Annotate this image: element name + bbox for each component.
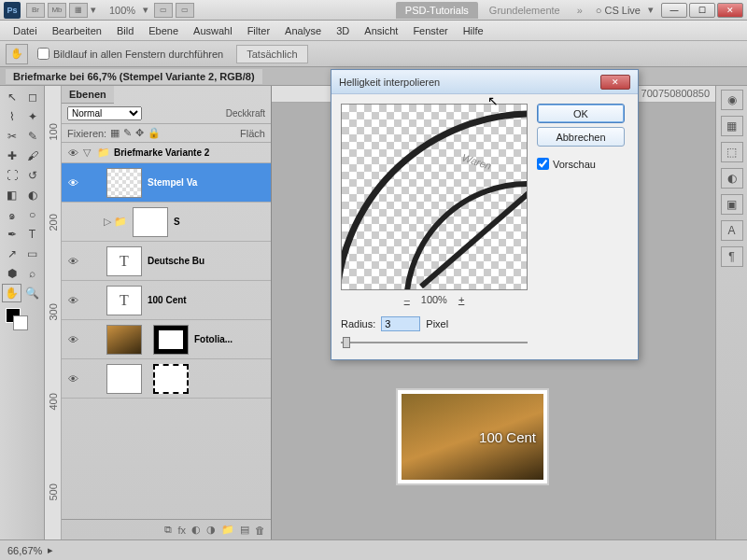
layer-row[interactable]: 👁 T 100 Cent <box>62 281 271 320</box>
ok-button[interactable]: OK <box>537 104 625 123</box>
stamp-tool[interactable]: ⛶ <box>2 166 21 185</box>
hand-tool[interactable]: ✋ <box>2 284 21 302</box>
scroll-all-checkbox[interactable]: Bildlauf in allen Fenstern durchführen <box>37 48 223 60</box>
lock-pixels-icon[interactable]: ✎ <box>123 127 132 139</box>
minimize-button[interactable]: — <box>661 3 687 18</box>
lock-transparency-icon[interactable]: ▦ <box>110 127 120 139</box>
dropdown-icon[interactable]: ▾ <box>91 4 96 16</box>
layer-mask-thumbnail[interactable] <box>153 364 189 394</box>
pen-tool[interactable]: ✒ <box>2 225 21 244</box>
move-tool[interactable]: ↖ <box>2 88 21 106</box>
link-icon[interactable]: ⧉ <box>164 524 172 536</box>
zoom-out-button[interactable]: – <box>404 294 410 305</box>
layer-row[interactable]: 👁 Stempel Va <box>62 163 271 203</box>
cs-live-button[interactable]: CS Live <box>596 5 641 16</box>
path-tool[interactable]: ↗ <box>2 245 21 263</box>
eraser-tool[interactable]: ◧ <box>2 186 21 204</box>
layer-mask-thumbnail[interactable] <box>153 325 189 355</box>
color-panel-icon[interactable]: ◉ <box>721 90 743 110</box>
history-brush-tool[interactable]: ↺ <box>22 166 42 185</box>
fx-icon[interactable]: fx <box>177 525 186 536</box>
minibridge-button[interactable]: Mb <box>48 3 66 18</box>
layer-thumbnail[interactable] <box>106 325 142 355</box>
blur-tool[interactable]: ๑ <box>2 205 21 224</box>
character-panel-icon[interactable]: A <box>721 220 743 241</box>
radius-slider[interactable] <box>341 335 528 350</box>
layer-row[interactable]: ▷ 📁 S <box>62 203 271 242</box>
status-arrow-icon[interactable]: ▸ <box>48 544 53 556</box>
menu-ebene[interactable]: Ebene <box>141 25 186 36</box>
disclosure-triangle-icon[interactable]: ▽ <box>83 147 91 159</box>
visibility-icon[interactable]: 👁 <box>65 147 80 159</box>
menu-hilfe[interactable]: Hilfe <box>456 25 491 36</box>
bridge-button[interactable]: Br <box>26 3 45 18</box>
dropdown-icon[interactable]: ▾ <box>143 4 148 16</box>
masks-panel-icon[interactable]: ▣ <box>721 194 743 215</box>
menu-fenster[interactable]: Fenster <box>405 25 455 36</box>
menu-datei[interactable]: Datei <box>6 25 45 36</box>
zoom-level[interactable]: 100% <box>109 5 135 16</box>
dodge-tool[interactable]: ○ <box>22 205 42 224</box>
disclosure-triangle-icon[interactable]: ▷ <box>104 216 111 228</box>
3d-tool[interactable]: ⬢ <box>2 264 21 283</box>
adjustments-panel-icon[interactable]: ◐ <box>721 168 743 189</box>
actual-pixels-button[interactable]: Tatsächlich <box>236 45 307 63</box>
visibility-icon[interactable]: 👁 <box>65 373 80 385</box>
layer-thumbnail[interactable] <box>133 207 168 237</box>
dropdown-icon[interactable]: ▾ <box>648 4 654 16</box>
menu-bild[interactable]: Bild <box>109 25 141 36</box>
mask-icon[interactable]: ◐ <box>191 524 201 536</box>
radius-input[interactable] <box>381 316 420 331</box>
gradient-tool[interactable]: ◐ <box>22 186 42 204</box>
menu-3d[interactable]: 3D <box>329 25 357 36</box>
styles-panel-icon[interactable]: ⬚ <box>721 142 743 162</box>
shape-tool[interactable]: ▭ <box>22 245 42 263</box>
swatches-panel-icon[interactable]: ▦ <box>721 116 743 136</box>
layer-thumbnail[interactable]: T <box>106 286 142 315</box>
view-extras-button[interactable]: ▦ <box>69 3 88 18</box>
document-tab[interactable]: Briefmarke bei 66,7% (Stempel Variante 2… <box>6 69 262 84</box>
marquee-tool[interactable]: ◻ <box>22 88 42 106</box>
color-swatches[interactable] <box>2 308 42 334</box>
blend-mode-select[interactable]: Normal <box>67 106 142 120</box>
brush-tool[interactable]: 🖌 <box>22 147 42 165</box>
lock-position-icon[interactable]: ✥ <box>135 127 144 139</box>
visibility-icon[interactable]: 👁 <box>65 256 80 267</box>
layer-row[interactable]: 👁 T Deutsche Bu <box>62 242 271 281</box>
workspace-tab-active[interactable]: PSD-Tutorials <box>396 2 478 19</box>
dialog-close-button[interactable]: ✕ <box>600 75 630 90</box>
workspace-tab[interactable]: Grundelemente <box>480 2 570 19</box>
new-layer-icon[interactable]: ▤ <box>240 524 249 536</box>
layer-row[interactable]: 👁 <box>62 359 271 399</box>
menu-ansicht[interactable]: Ansicht <box>357 25 405 36</box>
eyedropper-tool[interactable]: ✎ <box>22 127 42 146</box>
zoom-in-button[interactable]: + <box>458 294 464 305</box>
visibility-icon[interactable]: 👁 <box>65 177 80 189</box>
type-tool[interactable]: T <box>22 225 42 244</box>
folder-icon[interactable]: 📁 <box>221 524 234 536</box>
chevron-right-icon[interactable]: » <box>577 5 583 16</box>
menu-filter[interactable]: Filter <box>240 25 277 36</box>
trash-icon[interactable]: 🗑 <box>255 525 265 536</box>
dialog-titlebar[interactable]: Helligkeit interpolieren ✕ <box>331 70 638 94</box>
menu-auswahl[interactable]: Auswahl <box>186 25 240 36</box>
layer-thumbnail[interactable]: T <box>106 246 142 276</box>
status-zoom[interactable]: 66,67% <box>7 545 42 556</box>
3d-camera-tool[interactable]: ⌕ <box>22 264 42 283</box>
lock-all-icon[interactable]: 🔒 <box>148 127 161 139</box>
screen-mode-button[interactable]: ▭ <box>176 3 194 18</box>
healing-tool[interactable]: ✚ <box>2 147 21 165</box>
zoom-tool[interactable]: 🔍 <box>22 284 42 302</box>
cancel-button[interactable]: Abbrechen <box>537 127 625 147</box>
wand-tool[interactable]: ✦ <box>22 107 42 126</box>
layer-thumbnail[interactable] <box>106 168 142 198</box>
menu-analyse[interactable]: Analyse <box>277 25 329 36</box>
layer-row[interactable]: 👁 Fotolia... <box>62 320 271 359</box>
current-tool-icon[interactable]: ✋ <box>6 44 28 64</box>
preview-box[interactable]: Waren <box>341 104 528 290</box>
menu-bearbeiten[interactable]: Bearbeiten <box>45 25 109 36</box>
layer-group[interactable]: 👁 ▽ 📁 Briefmarke Variante 2 <box>62 143 271 163</box>
preview-checkbox[interactable]: Vorschau <box>537 158 625 170</box>
visibility-icon[interactable]: 👁 <box>65 295 80 306</box>
layers-tab[interactable]: Ebenen <box>62 86 114 104</box>
